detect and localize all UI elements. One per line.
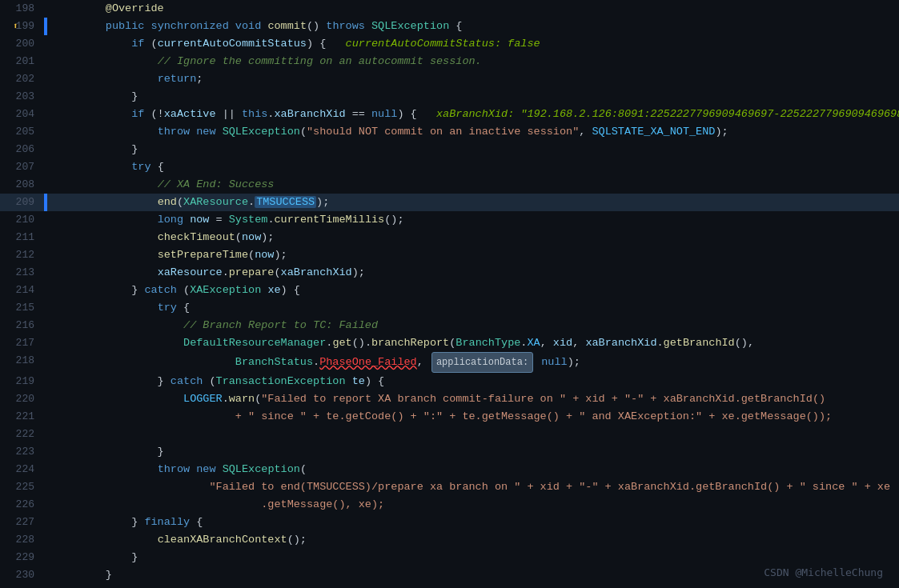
- code-line-227: 227 } finally {: [0, 514, 899, 531]
- line-number-208: 208: [0, 176, 44, 194]
- code-line-207: 207 try {: [0, 158, 899, 176]
- code-line-226: 226 .getMessage(), xe);: [0, 496, 899, 514]
- code-content-218: BranchStatus.PhaseOne_Failed, applicatio…: [47, 352, 899, 373]
- code-line-221: 221 + " since " + te.getCode() + ":" + t…: [0, 408, 899, 426]
- code-content-217: DefaultResourceManager.get().branchRepor…: [47, 334, 899, 352]
- code-line-211: 211 checkTimeout(now);: [0, 229, 899, 246]
- code-line-217: 217 DefaultResourceManager.get().branchR…: [0, 334, 899, 352]
- code-line-231: 231: [0, 584, 899, 588]
- line-number-220: 220: [0, 390, 44, 408]
- code-content-221: + " since " + te.getCode() + ":" + te.ge…: [47, 408, 899, 426]
- code-content-206: }: [47, 141, 899, 158]
- line-number-205: 205: [0, 123, 44, 141]
- code-line-225: 225 "Failed to end(TMSUCCESS)/prepare xa…: [0, 478, 899, 496]
- line-number-210: 210: [0, 211, 44, 229]
- code-content-209: end(XAResource.TMSUCCESS);: [47, 194, 899, 211]
- code-content-224: throw new SQLException(: [47, 461, 899, 478]
- line-number-203: 203: [0, 88, 44, 106]
- line-number-214: 214: [0, 282, 44, 299]
- code-line-205: 205 throw new SQLException("should NOT c…: [0, 123, 899, 141]
- code-content-228: cleanXABranchContext();: [47, 531, 899, 549]
- line-number-213: 213: [0, 264, 44, 282]
- code-content-200: if (currentAutoCommitStatus) { currentAu…: [47, 35, 899, 53]
- line-number-217: 217: [0, 334, 44, 352]
- code-line-199: 199 public synchronized void commit() th…: [0, 18, 899, 35]
- code-content-201: // Ignore the committing on an autocommi…: [47, 53, 899, 70]
- line-number-212: 212: [0, 246, 44, 264]
- code-line-220: 220 LOGGER.warn("Failed to report XA bra…: [0, 390, 899, 408]
- line-number-200: 200: [0, 35, 44, 53]
- code-content-214: } catch (XAException xe) {: [47, 282, 899, 299]
- line-number-198: 198: [0, 0, 44, 18]
- code-line-216: 216 // Branch Report to TC: Failed: [0, 317, 899, 334]
- code-content-229: }: [47, 549, 899, 566]
- line-number-206: 206: [0, 141, 44, 158]
- code-content-203: }: [47, 88, 899, 106]
- code-content-211: checkTimeout(now);: [47, 229, 899, 246]
- code-line-218: 218 BranchStatus.PhaseOne_Failed, applic…: [0, 352, 899, 373]
- line-number-199: 199: [0, 18, 44, 35]
- code-content-227: } finally {: [47, 514, 899, 531]
- code-content-212: setPrepareTime(now);: [47, 246, 899, 264]
- code-content-208: // XA End: Success: [47, 176, 899, 194]
- line-number-226: 226: [0, 496, 44, 514]
- code-line-215: 215 try {: [0, 299, 899, 317]
- line-number-228: 228: [0, 531, 44, 549]
- code-line-224: 224 throw new SQLException(: [0, 461, 899, 478]
- code-line-219: 219 } catch (TransactionException te) {: [0, 373, 899, 390]
- line-number-227: 227: [0, 514, 44, 531]
- code-content-223: }: [47, 443, 899, 461]
- code-line-206: 206 }: [0, 141, 899, 158]
- code-content-204: if (!xaActive || this.xaBranchXid == nul…: [47, 106, 899, 123]
- code-content-219: } catch (TransactionException te) {: [47, 373, 899, 390]
- code-content-226: .getMessage(), xe);: [47, 496, 899, 514]
- code-line-210: 210 long now = System.currentTimeMillis(…: [0, 211, 899, 229]
- code-line-214: 214 } catch (XAException xe) {: [0, 282, 899, 299]
- watermark: CSDN @MichelleChung: [764, 566, 883, 578]
- code-line-200: 200 if (currentAutoCommitStatus) { curre…: [0, 35, 899, 53]
- code-line-223: 223 }: [0, 443, 899, 461]
- line-number-207: 207: [0, 158, 44, 176]
- code-content-215: try {: [47, 299, 899, 317]
- code-content-198: @Override: [47, 0, 899, 18]
- code-line-209: 209 end(XAResource.TMSUCCESS);: [0, 194, 899, 211]
- code-content-225: "Failed to end(TMSUCCESS)/prepare xa bra…: [47, 478, 899, 496]
- line-number-211: 211: [0, 229, 44, 246]
- line-number-223: 223: [0, 443, 44, 461]
- code-content-222: [47, 426, 899, 443]
- code-line-201: 201 // Ignore the committing on an autoc…: [0, 53, 899, 70]
- code-line-203: 203 }: [0, 88, 899, 106]
- code-content-216: // Branch Report to TC: Failed: [47, 317, 899, 334]
- code-line-212: 212 setPrepareTime(now);: [0, 246, 899, 264]
- code-line-213: 213 xaResource.prepare(xaBranchXid);: [0, 264, 899, 282]
- code-content-220: LOGGER.warn("Failed to report XA branch …: [47, 390, 899, 408]
- line-number-218: 218: [0, 352, 44, 373]
- line-number-229: 229: [0, 549, 44, 566]
- code-editor: 198 @Override 199 public synchronized vo…: [0, 0, 899, 588]
- code-line-198: 198 @Override: [0, 0, 899, 18]
- code-line-208: 208 // XA End: Success: [0, 176, 899, 194]
- code-line-202: 202 return;: [0, 70, 899, 88]
- line-number-216: 216: [0, 317, 44, 334]
- line-number-225: 225: [0, 478, 44, 496]
- line-number-221: 221: [0, 408, 44, 426]
- code-line-204: 204 if (!xaActive || this.xaBranchXid ==…: [0, 106, 899, 123]
- line-number-230: 230: [0, 566, 44, 584]
- code-content-207: try {: [47, 158, 899, 176]
- line-number-201: 201: [0, 53, 44, 70]
- code-line-228: 228 cleanXABranchContext();: [0, 531, 899, 549]
- code-line-222: 222: [0, 426, 899, 443]
- code-content-199: public synchronized void commit() throws…: [47, 18, 899, 35]
- line-number-215: 215: [0, 299, 44, 317]
- code-content-205: throw new SQLException("should NOT commi…: [47, 123, 899, 141]
- code-content-231: [47, 584, 899, 588]
- code-content-210: long now = System.currentTimeMillis();: [47, 211, 899, 229]
- line-number-224: 224: [0, 461, 44, 478]
- line-number-209: 209: [0, 194, 44, 211]
- line-number-204: 204: [0, 106, 44, 123]
- line-number-202: 202: [0, 70, 44, 88]
- code-content-213: xaResource.prepare(xaBranchXid);: [47, 264, 899, 282]
- line-number-219: 219: [0, 373, 44, 390]
- line-number-231: 231: [0, 584, 44, 588]
- code-line-229: 229 }: [0, 549, 899, 566]
